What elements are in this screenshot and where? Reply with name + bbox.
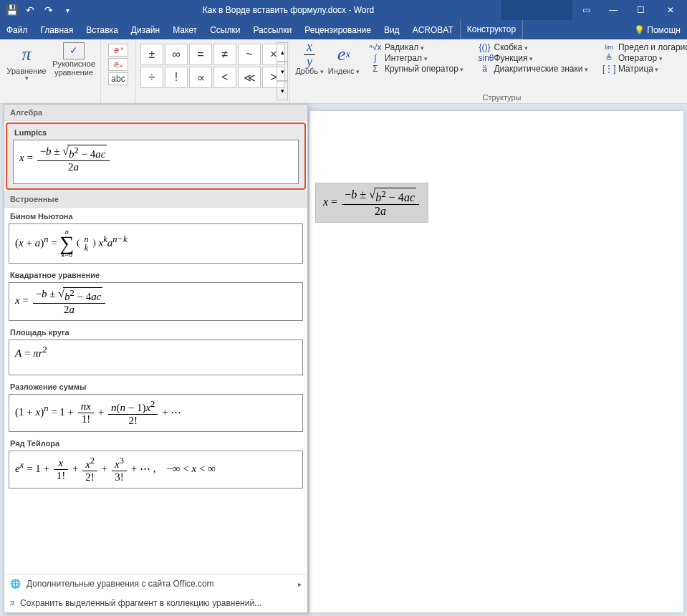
- close-button[interactable]: ✕: [657, 0, 684, 20]
- gallery-scroll[interactable]: Lumpics x = −b ± b2 − 4ac2a Встроенные Б…: [4, 121, 307, 574]
- script-button[interactable]: ex Индекс: [326, 41, 362, 76]
- tab-equation-design[interactable]: Конструктор: [460, 20, 523, 39]
- linear-icon[interactable]: eₓ: [108, 58, 128, 71]
- symbols-scroll-up[interactable]: ▴: [277, 42, 288, 62]
- bracket-icon: {()}: [478, 42, 491, 52]
- equation-in-document[interactable]: x = −b ± b2 − 4ac2a: [315, 183, 428, 223]
- ribbon-tabs: Файл Главная Вставка Дизайн Макет Ссылки…: [0, 20, 687, 39]
- symbols-expand[interactable]: ▾: [277, 81, 288, 100]
- sum-icon: Σ: [369, 64, 382, 74]
- tab-references[interactable]: Ссылки: [203, 20, 246, 39]
- tab-acrobat[interactable]: ACROBAT: [406, 20, 460, 39]
- symbol-tilde[interactable]: ~: [238, 44, 261, 65]
- equation-gallery: Алгебра Lumpics x = −b ± b2 − 4ac2a Встр…: [4, 104, 308, 613]
- gallery-item-lumpics-label: Lumpics: [9, 125, 303, 137]
- tab-view[interactable]: Вид: [378, 20, 406, 39]
- window-controls: ▭ — ☐ ✕: [501, 0, 684, 20]
- lim-icon: lim: [602, 44, 615, 51]
- gallery-footer: 🌐 Дополнительные уравнения с сайта Offic…: [4, 574, 307, 612]
- matrix-button[interactable]: [⋮]Матрица: [600, 64, 687, 74]
- tell-me-search[interactable]: 💡 Помощн: [634, 25, 681, 35]
- symbol-ll[interactable]: ≪: [238, 67, 261, 88]
- maximize-button[interactable]: ☐: [627, 0, 654, 20]
- radical-button[interactable]: ⁿ√xРадикал: [366, 42, 466, 52]
- tab-review[interactable]: Рецензирование: [298, 20, 378, 39]
- gallery-header-algebra: Алгебра: [4, 105, 307, 121]
- ribbon-options-icon[interactable]: ▭: [572, 0, 600, 20]
- ink-equation-button[interactable]: ✓ Рукописное уравнение: [50, 41, 97, 82]
- document-page[interactable]: x = −b ± b2 − 4ac2a: [309, 111, 683, 612]
- symbol-prop[interactable]: ∝: [189, 67, 212, 88]
- minimize-button[interactable]: —: [600, 0, 627, 20]
- gallery-item-quadratic[interactable]: x = −b ± b2 − 4ac2a: [9, 282, 303, 321]
- group-symbols: ± ∞ = ≠ ~ × ÷ ! ∝ < ≪ > ▴ ▾ ▾: [136, 39, 290, 103]
- account-placeholder[interactable]: [501, 0, 572, 20]
- dropdown-icon: ▾: [25, 75, 29, 82]
- gallery-item-sum[interactable]: (1 + x)n = 1 + nx1! + n(n − 1)x22! + ⋯: [9, 394, 303, 432]
- bulb-icon: 💡: [634, 25, 645, 35]
- symbol-inf[interactable]: ∞: [165, 44, 188, 65]
- symbol-eq[interactable]: =: [189, 44, 212, 65]
- operator-button[interactable]: ≜Оператор: [600, 53, 687, 63]
- normal-text-button[interactable]: abc: [108, 72, 128, 85]
- fraction-button[interactable]: xy Дробь: [293, 41, 326, 76]
- tab-file[interactable]: Файл: [0, 20, 34, 39]
- redo-icon[interactable]: ↷: [40, 1, 57, 19]
- tab-mailings[interactable]: Рассылки: [246, 20, 298, 39]
- bracket-button[interactable]: {()}Скобка: [475, 42, 591, 52]
- symbols-scroll-down[interactable]: ▾: [277, 62, 288, 81]
- pi-icon: π: [21, 42, 31, 67]
- gallery-item-taylor-label: Ряд Тейлора: [4, 435, 307, 448]
- accent-icon: ä: [478, 64, 491, 74]
- tab-insert[interactable]: Вставка: [80, 20, 125, 39]
- gallery-item-taylor[interactable]: ex = 1 + x1! + x22! + x33! + ⋯ , −∞ < x …: [9, 451, 303, 489]
- function-icon: sinθ: [478, 53, 491, 63]
- group-conversion: eˣ eₓ abc: [101, 39, 136, 103]
- group-tools: π Уравнение ▾ ✓ Рукописное уравнение: [0, 39, 101, 103]
- symbol-fact[interactable]: !: [165, 67, 188, 88]
- gallery-item-binom[interactable]: (x + a)n = n∑k=0 (nk) xkan−k: [9, 223, 303, 264]
- symbol-lt[interactable]: <: [213, 67, 236, 88]
- radical-icon: ⁿ√x: [369, 42, 382, 52]
- ribbon: π Уравнение ▾ ✓ Рукописное уравнение eˣ …: [0, 39, 687, 104]
- symbol-pm[interactable]: ±: [140, 44, 163, 65]
- function-button[interactable]: sinθФункция: [475, 53, 591, 63]
- ink-icon: ✓: [63, 42, 85, 59]
- more-equations-office[interactable]: 🌐 Дополнительные уравнения с сайта Offic…: [4, 574, 307, 593]
- chevron-right-icon: ▸: [298, 580, 302, 588]
- group-structures: xy Дробь ex Индекс ⁿ√xРадикал ∫Интеграл …: [290, 39, 687, 103]
- office-icon: 🌐: [10, 579, 21, 589]
- gallery-item-circle-label: Площадь круга: [4, 324, 307, 337]
- undo-icon[interactable]: ↶: [21, 1, 39, 19]
- professional-icon[interactable]: eˣ: [108, 44, 128, 57]
- pi-save-icon: π: [10, 597, 14, 608]
- quick-access-toolbar: 💾 ↶ ↷ ▾: [3, 1, 76, 19]
- gallery-item-lumpics-highlight: Lumpics x = −b ± b2 − 4ac2a: [6, 122, 306, 190]
- tab-home[interactable]: Главная: [34, 20, 80, 39]
- gallery-item-binom-label: Бином Ньютона: [4, 208, 307, 221]
- gallery-item-sum-label: Разложение суммы: [4, 378, 307, 391]
- window-title: Как в Ворде вставить формулу.docx - Word: [76, 5, 501, 15]
- gallery-item-quadratic-label: Квадратное уравнение: [4, 266, 307, 279]
- symbol-div[interactable]: ÷: [140, 67, 163, 88]
- symbol-neq[interactable]: ≠: [213, 44, 236, 65]
- title-bar: 💾 ↶ ↷ ▾ Как в Ворде вставить формулу.doc…: [0, 0, 687, 20]
- qat-customize-icon[interactable]: ▾: [59, 1, 76, 19]
- integral-icon: ∫: [369, 53, 382, 63]
- gallery-item-lumpics[interactable]: x = −b ± b2 − 4ac2a: [13, 140, 299, 184]
- tab-layout[interactable]: Макет: [166, 20, 203, 39]
- accent-button[interactable]: äДиакритические знаки: [475, 64, 591, 74]
- tab-design[interactable]: Дизайн: [125, 20, 166, 39]
- save-to-gallery[interactable]: π Сохранить выделенный фрагмент в коллек…: [4, 593, 307, 612]
- large-operator-button[interactable]: ΣКрупный оператор: [366, 64, 466, 74]
- equation-button[interactable]: π Уравнение ▾: [3, 41, 50, 82]
- structures-group-label: Структуры: [290, 92, 687, 102]
- script-icon: ex: [337, 42, 350, 67]
- integral-button[interactable]: ∫Интеграл: [366, 53, 466, 63]
- fraction-icon: xy: [302, 42, 317, 67]
- gallery-header-builtin: Встроенные: [4, 191, 307, 208]
- save-icon[interactable]: 💾: [3, 1, 20, 19]
- gallery-item-circle[interactable]: A = πr2: [9, 340, 303, 375]
- limit-log-button[interactable]: limПредел и логарифм: [600, 42, 687, 52]
- matrix-icon: [⋮]: [602, 64, 615, 74]
